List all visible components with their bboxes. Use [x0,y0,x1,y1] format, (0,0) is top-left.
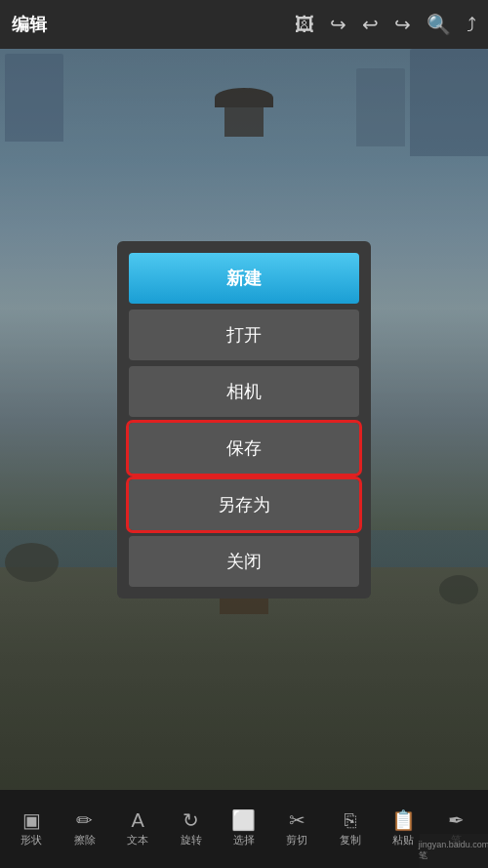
eraser-label: 擦除 [74,833,96,847]
paste-icon: 📋 [391,810,416,830]
menu-item-camera[interactable]: 相机 [129,366,359,417]
header-bar: 编辑 🖼 ↪ ↩ ↪ 🔍 ⤴ [0,0,488,49]
canvas-area: ItL 新建 打开 相机 保存 另存为 关闭 [0,49,488,790]
rotate-label: 旋转 [181,833,202,847]
header-toolbar: 🖼 ↪ ↩ ↪ 🔍 ⤴ [295,13,476,36]
menu-item-new[interactable]: 新建 [129,253,359,304]
copy-icon: ⎘ [345,810,356,830]
paste-label: 粘贴 [392,833,414,847]
tool-cut[interactable]: ✂ 剪切 [270,810,323,847]
select-label: 选择 [233,833,255,847]
toolbar-icons-row: ▣ 形状 ✏ 擦除 A 文本 ↻ 旋转 ⬜ 选择 ✂ 剪切 ⎘ 复制 📋 粘贴 [0,790,488,868]
search-icon[interactable]: 🔍 [427,13,451,36]
cut-label: 剪切 [286,833,307,847]
menu-dialog: 新建 打开 相机 保存 另存为 关闭 [117,241,371,599]
rotate-icon: ↻ [183,810,199,830]
select-icon: ⬜ [231,810,256,830]
menu-item-open[interactable]: 打开 [129,310,359,360]
tool-copy[interactable]: ⎘ 复制 [324,810,377,847]
undo-icon[interactable]: ↩ [362,13,379,36]
tool-eraser[interactable]: ✏ 擦除 [58,810,110,847]
rotate-right-icon[interactable]: ↪ [330,13,346,36]
menu-item-saveas[interactable]: 另存为 [129,479,359,530]
cut-icon: ✂ [289,810,305,830]
share-icon[interactable]: ⤴ [467,14,476,36]
page-title: 编辑 [12,13,47,36]
redo-icon[interactable]: ↪ [394,13,411,36]
text-icon: A [131,810,143,830]
tool-shape[interactable]: ▣ 形状 [5,810,58,847]
tool-rotate[interactable]: ↻ 旋转 [164,810,217,847]
menu-item-close[interactable]: 关闭 [129,536,359,587]
bottom-toolbar: ▣ 形状 ✏ 擦除 A 文本 ↻ 旋转 ⬜ 选择 ✂ 剪切 ⎘ 复制 📋 粘贴 [0,790,488,868]
shape-label: 形状 [20,833,42,847]
image-icon[interactable]: 🖼 [295,14,314,36]
menu-item-save[interactable]: 保存 [129,423,359,474]
tool-text[interactable]: A 文本 [111,810,164,847]
text-label: 文本 [127,833,148,847]
baidu-watermark: jingyan.baidu.com 笔 [420,834,488,868]
pen-icon: ✒ [448,810,465,830]
shape-icon: ▣ [22,810,41,830]
copy-label: 复制 [340,833,361,847]
eraser-icon: ✏ [76,810,93,830]
tool-select[interactable]: ⬜ 选择 [218,810,270,847]
watermark-text: jingyan.baidu.com 笔 [419,840,488,862]
